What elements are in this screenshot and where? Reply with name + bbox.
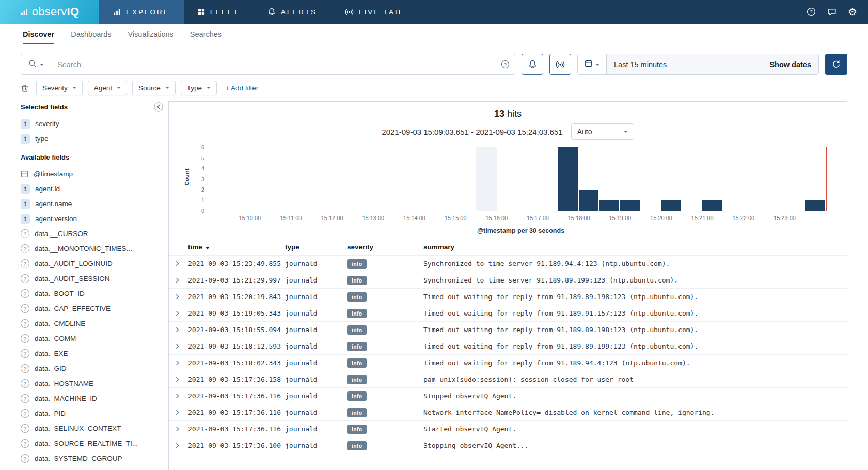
show-dates-button[interactable]: Show dates — [769, 60, 818, 69]
expand-row-icon[interactable] — [175, 261, 188, 267]
column-header-severity[interactable]: severity — [347, 243, 423, 251]
table-row[interactable]: 2021-09-03 15:21:29.997journaldinfoSynch… — [169, 272, 847, 288]
field-item-data._EXE[interactable]: ?data._EXE — [21, 346, 159, 361]
chat-icon[interactable] — [823, 3, 841, 21]
field-item-data.__CURSOR[interactable]: ?data.__CURSOR — [21, 226, 159, 241]
table-row[interactable]: 2021-09-03 15:17:36.116journaldinfoNetwo… — [169, 404, 847, 420]
expand-row-icon[interactable] — [175, 377, 188, 382]
field-item-data._GID[interactable]: ?data._GID — [21, 361, 159, 376]
histogram-bar[interactable] — [805, 200, 825, 211]
nav-item-fleet[interactable]: FLEET — [184, 0, 254, 24]
table-row[interactable]: 2021-09-03 15:18:55.094journaldinfoTimed… — [169, 321, 847, 338]
table-row[interactable]: 2021-09-03 15:17:36.116journaldinfoStopp… — [169, 387, 847, 404]
field-item-data._AUDIT_LOGINUID[interactable]: ?data._AUDIT_LOGINUID — [21, 256, 159, 271]
filter-dropdown-severity[interactable]: Severity — [36, 81, 83, 95]
table-row[interactable]: 2021-09-03 15:18:02.343journaldinfoTimed… — [169, 354, 847, 371]
search-help-icon[interactable]: ? — [495, 60, 515, 69]
search-input[interactable] — [51, 54, 495, 74]
add-filter-button[interactable]: + Add filter — [225, 84, 258, 92]
expand-row-icon[interactable] — [175, 443, 188, 448]
live-tail-button[interactable] — [549, 54, 571, 75]
field-item-agent.version[interactable]: tagent.version — [21, 211, 159, 226]
field-item-data._HOSTNAME[interactable]: ?data._HOSTNAME — [21, 376, 159, 391]
row-severity: info — [347, 424, 423, 434]
y-axis-tick: 4 — [201, 166, 204, 171]
table-row[interactable]: 2021-09-03 15:17:36.116journaldinfoStart… — [169, 420, 847, 437]
expand-row-icon[interactable] — [175, 310, 188, 316]
field-item-data.__MONOTONIC_TIMES...[interactable]: ?data.__MONOTONIC_TIMES... — [21, 241, 159, 256]
tab-visualizations[interactable]: Visualizations — [128, 24, 173, 44]
histogram-bar[interactable] — [661, 200, 681, 211]
column-header-summary[interactable]: summary — [423, 243, 847, 251]
time-range-label[interactable]: Last 15 minutes — [607, 60, 769, 69]
field-item-data._MACHINE_ID[interactable]: ?data._MACHINE_ID — [21, 391, 159, 406]
expand-row-icon[interactable] — [175, 393, 188, 399]
alerts-bell-button[interactable] — [522, 54, 543, 75]
tab-discover[interactable]: Discover — [23, 24, 54, 44]
field-item-data._AUDIT_SESSION[interactable]: ?data._AUDIT_SESSION — [21, 271, 159, 286]
collapse-sidebar-button[interactable] — [154, 102, 163, 112]
nav-item-explore[interactable]: EXPLORE — [99, 0, 184, 24]
x-axis-tick: 15:20:00 — [650, 215, 672, 221]
calendar-quick-select[interactable] — [578, 54, 607, 74]
query-language-select[interactable] — [21, 54, 51, 74]
histogram-bar[interactable] — [558, 147, 578, 211]
unknown-field-icon: ? — [21, 439, 29, 448]
sort-desc-icon — [206, 247, 210, 249]
search-box: ? — [21, 54, 515, 75]
field-name: data._EXE — [35, 350, 68, 357]
field-item-data._SYSTEMD_CGROUP[interactable]: ?data._SYSTEMD_CGROUP — [21, 451, 159, 466]
field-item-data._SOURCE_REALTIME_TI...[interactable]: ?data._SOURCE_REALTIME_TI... — [21, 436, 159, 451]
nav-item-live-tail[interactable]: LIVE TAIL — [331, 0, 418, 24]
histogram-bar[interactable] — [599, 200, 619, 211]
filter-dropdown-agent[interactable]: Agent — [88, 81, 127, 95]
field-item-agent.name[interactable]: tagent.name — [21, 196, 159, 211]
expand-row-icon[interactable] — [175, 294, 188, 300]
column-header-time[interactable]: time — [188, 243, 285, 251]
field-item-data._SELINUX_CONTEXT[interactable]: ?data._SELINUX_CONTEXT — [21, 421, 159, 436]
column-header-type[interactable]: type — [285, 243, 347, 251]
y-axis-tick: 6 — [201, 145, 204, 150]
expand-row-icon[interactable] — [175, 277, 188, 283]
field-item-data._BOOT_ID[interactable]: ?data._BOOT_ID — [21, 286, 159, 301]
field-item-type[interactable]: ttype — [21, 131, 159, 146]
row-time: 2021-09-03 15:21:29.997 — [188, 276, 285, 284]
field-item-data._CAP_EFFECTIVE[interactable]: ?data._CAP_EFFECTIVE — [21, 301, 159, 316]
field-item-data._COMM[interactable]: ?data._COMM — [21, 331, 159, 346]
help-icon[interactable]: ? — [802, 3, 820, 21]
expand-row-icon[interactable] — [175, 426, 188, 432]
refresh-button[interactable] — [825, 54, 847, 75]
field-item-agent.id[interactable]: tagent.id — [21, 181, 159, 196]
table-row[interactable]: 2021-09-03 15:18:12.593journaldinfoTimed… — [169, 338, 847, 354]
table-row[interactable]: 2021-09-03 15:19:05.343journaldinfoTimed… — [169, 305, 847, 321]
gear-icon[interactable]: ⚙ — [843, 3, 862, 21]
expand-row-icon[interactable] — [175, 343, 188, 349]
main-nav: EXPLOREFLEETALERTSLIVE TAIL — [99, 0, 418, 24]
expand-row-icon[interactable] — [175, 410, 188, 415]
table-row[interactable]: 2021-09-03 15:23:49.855journaldinfoSynch… — [169, 255, 847, 272]
string-field-icon: t — [21, 119, 30, 129]
field-item-@timestamp[interactable]: @timestamp — [21, 166, 159, 181]
histogram-bar[interactable] — [620, 200, 640, 211]
field-item-severity[interactable]: tseverity — [21, 116, 159, 131]
table-row[interactable]: 2021-09-03 15:20:19.843journaldinfoTimed… — [169, 288, 847, 305]
trash-icon[interactable] — [21, 84, 29, 92]
hits-count: 13 hits — [169, 108, 847, 119]
field-name: data._CAP_EFFECTIVE — [35, 305, 111, 312]
field-name: data._AUDIT_SESSION — [35, 275, 110, 283]
table-row[interactable]: 2021-09-03 15:17:36.158journaldinfopam_u… — [169, 371, 847, 387]
field-item-data._PID[interactable]: ?data._PID — [21, 406, 159, 421]
histogram-bar[interactable] — [702, 200, 722, 211]
observiq-logo[interactable]: observIQ — [0, 0, 99, 24]
expand-row-icon[interactable] — [175, 360, 188, 366]
table-row[interactable]: 2021-09-03 15:17:36.100journaldinfoStopp… — [169, 437, 847, 453]
tab-searches[interactable]: Searches — [190, 24, 222, 44]
field-item-data._CMDLINE[interactable]: ?data._CMDLINE — [21, 316, 159, 331]
expand-row-icon[interactable] — [175, 327, 188, 333]
histogram-bar[interactable] — [579, 190, 598, 211]
interval-select[interactable]: Auto — [571, 123, 634, 140]
nav-item-alerts[interactable]: ALERTS — [254, 0, 331, 24]
filter-dropdown-source[interactable]: Source — [132, 81, 176, 95]
tab-dashboards[interactable]: Dashboards — [71, 24, 111, 44]
filter-dropdown-type[interactable]: Type — [181, 81, 217, 95]
